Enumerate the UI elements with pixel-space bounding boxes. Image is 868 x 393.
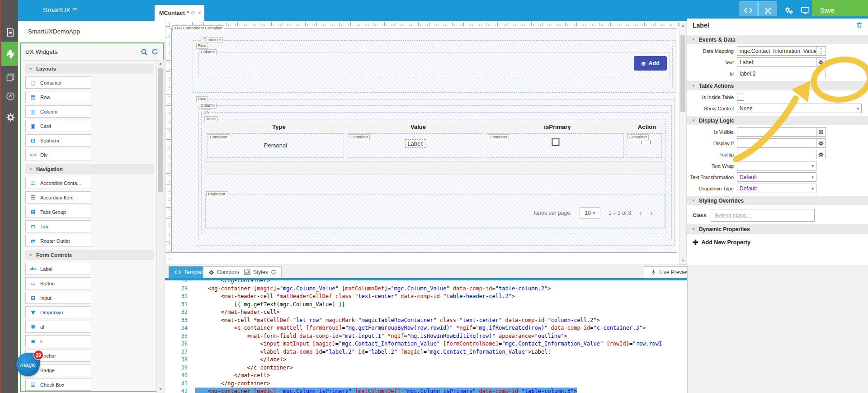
widget-section-navigation[interactable]: ▼Navigation [25, 164, 154, 174]
widget-item-accordion-item[interactable]: ☰Accordion Item [25, 191, 91, 204]
widget-item-label[interactable]: abcLabel [25, 263, 91, 275]
app-name[interactable]: SmartUXDemoApp [18, 21, 165, 43]
widget-item-subform[interactable]: ⊟Subform [25, 134, 91, 147]
widget-item-column[interactable]: ▥Column [25, 105, 91, 118]
is-visible-input[interactable] [737, 127, 816, 137]
is-inside-table-checkbox[interactable] [737, 94, 744, 101]
section-display-logic[interactable]: ▼Display Logic [687, 116, 868, 125]
section-events-data[interactable]: ▼Events & Data [687, 35, 868, 44]
column-badge[interactable]: Column [199, 49, 217, 55]
widget-item-check-box[interactable]: ☑Check Box [25, 379, 91, 391]
class-input[interactable]: Select class... [711, 209, 815, 222]
code-line-40[interactable]: 40 </mat-cell> [165, 372, 718, 380]
code-line-31[interactable]: 31 {{ mg.getText(mgc.Column_Value) }} [165, 301, 718, 309]
section-dynamic-properties[interactable]: ▼Dynamic Properties [687, 224, 868, 234]
widget-item-input[interactable]: ⊟Input [25, 292, 91, 304]
id-input[interactable]: label.2 [737, 69, 826, 78]
text-input[interactable]: Label: [737, 57, 816, 67]
isprimary-checkbox[interactable] [552, 138, 559, 146]
trash-icon[interactable] [856, 22, 863, 28]
widget-item-tabs-group[interactable]: ⊞Tabs Group [25, 206, 91, 218]
widget-item-router-outlet[interactable]: ⇄Router Outlet [25, 235, 91, 247]
xpa-component-container[interactable]: XPA Component Container Container Row Co… [171, 28, 677, 253]
code-line-36[interactable]: 36 <input matInput [magic]="mgc.Contact_… [165, 340, 718, 348]
section-table-actions[interactable]: ▼Table Actions [687, 81, 868, 90]
table-cell-container[interactable]: Container [627, 133, 662, 158]
widget-item-card[interactable]: ▣Card [25, 120, 91, 132]
widget-section-form-controls[interactable]: ▼Form Controls [25, 250, 154, 260]
code-line-41[interactable]: 41 </ng-container> [165, 380, 718, 388]
widget-item-ul[interactable]: ≣ul [25, 321, 91, 333]
show-control-select[interactable]: None▾ [737, 104, 862, 113]
widget-item-div[interactable]: </>Div [25, 149, 91, 161]
code-line-34[interactable]: 34 <c-container #matCell [formGroup]="mg… [165, 324, 718, 332]
text-wrap-select[interactable]: ▾ [737, 161, 816, 170]
column-badge[interactable]: Column [199, 103, 217, 109]
tooltip-gear-button[interactable] [816, 150, 826, 159]
code-line-32[interactable]: 32 </mat-header-cell> [165, 308, 718, 317]
scroll-up-icon[interactable]: ▲ [157, 62, 164, 66]
table-cell-container[interactable]: ContainerLabel: [348, 133, 483, 158]
add-new-property-button[interactable]: ✚Add New Property [687, 234, 868, 246]
data-mapping-picker-button[interactable]: ⋮ [816, 46, 826, 56]
code-line-29[interactable]: 29 <ng-container [magic]="mgc.Column_Val… [165, 285, 718, 293]
tooltip-input[interactable] [737, 150, 816, 159]
previous-page-icon[interactable]: ‹ [639, 209, 642, 217]
search-icon[interactable] [141, 48, 148, 56]
code-line-38[interactable]: 38 </label> [165, 356, 718, 364]
code-line-30[interactable]: 30 <mat-header-cell *matHeaderCellDef cl… [165, 293, 718, 301]
tab-styles[interactable]: Styles [239, 266, 282, 278]
dropdown-type-select[interactable]: Default▾ [737, 184, 816, 193]
copy-pages-icon[interactable] [5, 71, 16, 83]
canvas-scrollbar[interactable]: ▲ ▼ [679, 22, 687, 265]
container-badge[interactable]: Container [202, 37, 223, 43]
code-line-35[interactable]: 35 <mat-form-field data-comp-id="mat-inp… [165, 332, 718, 341]
table-cell-container[interactable]: ContainerPersonal [207, 133, 344, 158]
section-styling-overrides[interactable]: ▼Styling Overrides [687, 196, 868, 205]
widget-item-row[interactable]: ▤Row [25, 91, 91, 103]
row-badge[interactable]: Row [196, 43, 208, 49]
widget-item-dropdown[interactable]: ▼Dropdown [25, 306, 91, 318]
magic-logo[interactable]: magic 29 [16, 351, 42, 377]
widget-item-container[interactable]: ▢Container [25, 76, 91, 89]
action-element[interactable] [642, 141, 651, 144]
scroll-up-icon[interactable]: ▲ [679, 24, 687, 28]
code-line-33[interactable]: 33 <mat-cell *matCellDef="let row" magic… [165, 317, 718, 325]
table-cell-container[interactable]: Container [487, 133, 624, 158]
widget-item-li[interactable]: ≡li [25, 335, 91, 347]
code-line-39[interactable]: 39 </c-container> [165, 364, 718, 372]
scrollbar-thumb[interactable] [158, 68, 163, 192]
share-icon[interactable] [5, 90, 16, 102]
scroll-down-icon[interactable]: ▼ [679, 259, 687, 263]
widget-section-layouts[interactable]: ▼Layouts [25, 64, 154, 74]
display-if-gear-button[interactable] [816, 138, 826, 148]
column-box[interactable] [198, 52, 670, 77]
sidebar-scrollbar[interactable]: ▲ ▼ [156, 60, 164, 393]
tab-refresh-icon[interactable]: ⟳ [191, 10, 195, 16]
code-line-28[interactable]: 28 </ng-container> [165, 280, 718, 285]
selected-label-element[interactable]: Label: [405, 139, 425, 148]
code-line-42[interactable]: 42 <ng-container [magic]="mgc.Column_isP… [165, 388, 718, 393]
document-tab[interactable]: MContact * ⟳ ✕ [155, 5, 204, 21]
container-badge[interactable]: XPA Component Container [172, 25, 224, 31]
tab-close-icon[interactable]: ✕ [197, 10, 202, 16]
row-badge[interactable]: Row [196, 96, 208, 102]
refresh-icon[interactable] [151, 48, 158, 55]
data-mapping-input[interactable]: mgc.Contact_Information_Value [737, 46, 816, 56]
text-gear-button[interactable] [816, 57, 826, 67]
display-if-input[interactable] [737, 138, 816, 148]
styles-refresh-icon[interactable] [271, 270, 276, 275]
widget-item-tab[interactable]: ⊓Tab [25, 220, 91, 232]
documents-icon[interactable] [5, 26, 16, 38]
puzzle-icon[interactable] [5, 48, 16, 60]
page-size-select[interactable]: 10▾ [580, 207, 600, 219]
code-editor[interactable]: 28 </ng-container>29 <ng-container [magi… [165, 280, 718, 393]
paginator-container[interactable]: Paginator Items per page: 10▾ 1 – 3 of 3… [205, 194, 665, 227]
widget-item-button[interactable]: ▭Button [25, 277, 91, 289]
table-badge[interactable]: Table [204, 116, 218, 122]
paginator-badge[interactable]: Paginator [206, 191, 227, 197]
scroll-down-icon[interactable]: ▼ [157, 387, 164, 391]
settings-rail-icon[interactable] [5, 111, 16, 123]
div-badge[interactable]: Div [202, 109, 211, 115]
is-visible-gear-button[interactable] [816, 127, 826, 137]
